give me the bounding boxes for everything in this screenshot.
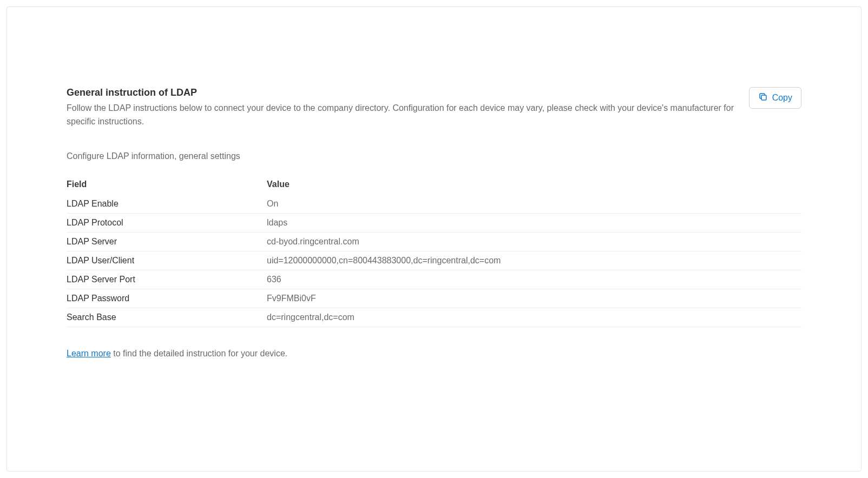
table-row: LDAP User/Client uid=12000000000,cn=8004… bbox=[67, 251, 801, 270]
ldap-instruction-panel: General instruction of LDAP Follow the L… bbox=[6, 6, 862, 472]
header-text: General instruction of LDAP Follow the L… bbox=[67, 87, 749, 129]
field-label: LDAP Protocol bbox=[67, 213, 267, 232]
page-subtitle: Follow the LDAP instructions below to co… bbox=[67, 102, 738, 129]
section-label: Configure LDAP information, general sett… bbox=[67, 151, 801, 161]
ldap-settings-table: Field Value LDAP Enable On LDAP Protocol… bbox=[67, 176, 801, 327]
field-label: Search Base bbox=[67, 308, 267, 327]
table-row: LDAP Protocol ldaps bbox=[67, 213, 801, 232]
footer-suffix: to find the detailed instruction for you… bbox=[111, 349, 287, 358]
field-label: LDAP Server Port bbox=[67, 270, 267, 289]
table-header-field: Field bbox=[67, 176, 267, 195]
table-row: LDAP Server Port 636 bbox=[67, 270, 801, 289]
learn-more-link[interactable]: Learn more bbox=[67, 349, 111, 358]
svg-rect-0 bbox=[761, 95, 766, 100]
field-value: ldaps bbox=[267, 213, 801, 232]
field-value: dc=ringcentral,dc=com bbox=[267, 308, 801, 327]
field-value: Fv9FMBi0vF bbox=[267, 289, 801, 308]
table-row: LDAP Server cd-byod.ringcentral.com bbox=[67, 232, 801, 251]
field-value: On bbox=[267, 195, 801, 214]
table-header-value: Value bbox=[267, 176, 801, 195]
field-value: uid=12000000000,cn=800443883000,dc=ringc… bbox=[267, 251, 801, 270]
table-row: LDAP Enable On bbox=[67, 195, 801, 214]
copy-icon bbox=[758, 92, 768, 104]
copy-button[interactable]: Copy bbox=[749, 87, 801, 109]
table-row: Search Base dc=ringcentral,dc=com bbox=[67, 308, 801, 327]
field-label: LDAP Server bbox=[67, 232, 267, 251]
field-value: 636 bbox=[267, 270, 801, 289]
field-label: LDAP Password bbox=[67, 289, 267, 308]
footer-text: Learn more to find the detailed instruct… bbox=[67, 349, 801, 358]
table-row: LDAP Password Fv9FMBi0vF bbox=[67, 289, 801, 308]
field-value: cd-byod.ringcentral.com bbox=[267, 232, 801, 251]
copy-button-label: Copy bbox=[772, 93, 792, 103]
field-label: LDAP Enable bbox=[67, 195, 267, 214]
field-label: LDAP User/Client bbox=[67, 251, 267, 270]
header-row: General instruction of LDAP Follow the L… bbox=[67, 87, 801, 129]
page-title: General instruction of LDAP bbox=[67, 87, 738, 98]
